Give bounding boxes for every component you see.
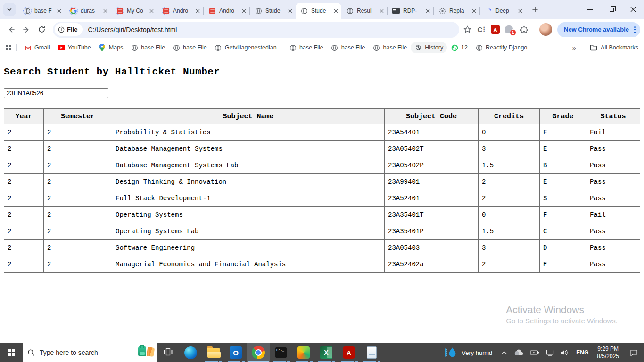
- table-cell: 23A35401P: [385, 223, 479, 240]
- tab-close-icon[interactable]: [332, 7, 339, 15]
- backpack-icon: [138, 346, 146, 356]
- globe-icon: [215, 44, 222, 51]
- taskbar-clock[interactable]: 9:29 PM 8/5/2025: [593, 345, 623, 360]
- youtube-icon: [58, 44, 65, 51]
- onedrive-icon[interactable]: [511, 343, 527, 362]
- start-button[interactable]: [0, 343, 23, 362]
- file-explorer-icon: [207, 348, 220, 357]
- tab-close-icon[interactable]: [55, 7, 63, 15]
- tab-1[interactable]: duras: [65, 3, 111, 19]
- bookmark-item-base-file[interactable]: base File: [285, 42, 327, 53]
- tab-close-icon[interactable]: [516, 7, 524, 15]
- table-cell: 2: [44, 157, 112, 174]
- new-tab-button[interactable]: [528, 3, 542, 16]
- notification-extension-icon[interactable]: 1: [505, 25, 514, 34]
- taskbar-excel-button[interactable]: [315, 343, 338, 362]
- tab-separator: [387, 7, 388, 15]
- volume-icon[interactable]: [557, 343, 572, 362]
- table-row: 22Full Stack Development-123A524012SPass: [4, 190, 640, 207]
- taskbar-pycharm-button[interactable]: [292, 343, 315, 362]
- bookmark-item-maps[interactable]: Maps: [95, 42, 127, 53]
- folder-icon: [590, 44, 597, 51]
- bookmark-item-base-file[interactable]: base File: [169, 42, 211, 53]
- reload-button[interactable]: [34, 22, 49, 37]
- back-button[interactable]: [4, 22, 19, 37]
- tab-6-active[interactable]: Stude: [296, 3, 341, 19]
- chevron-up-icon[interactable]: [498, 343, 511, 362]
- tab-7[interactable]: Resul: [341, 3, 387, 19]
- tab-close-icon[interactable]: [240, 7, 248, 15]
- tab-close-icon[interactable]: [470, 7, 478, 15]
- watermark-line2: Go to Settings to activate Windows.: [506, 317, 618, 325]
- tab-close-icon[interactable]: [286, 7, 294, 15]
- restore-button[interactable]: [601, 0, 622, 19]
- tab-4[interactable]: Andro: [204, 3, 249, 19]
- table-cell: 2: [4, 207, 44, 223]
- bookmark-item-reactify-django[interactable]: Reactify Django: [471, 42, 531, 53]
- bookmark-star-icon[interactable]: [463, 25, 472, 34]
- bookmark-item-12[interactable]: 12: [447, 42, 471, 53]
- bookmark-label: History: [425, 44, 443, 51]
- table-cell: D: [540, 240, 586, 256]
- address-bar[interactable]: File C:/Users/giri/Desktop/test.html: [53, 22, 459, 38]
- taskbar-task-view-button[interactable]: [157, 343, 179, 362]
- tab-close-icon[interactable]: [424, 7, 431, 15]
- bookmark-item-getvillagenestedlan-[interactable]: Getvillagenestedlan...: [211, 42, 285, 53]
- tab-close-icon[interactable]: [194, 7, 201, 15]
- file-scheme-chip[interactable]: File: [55, 23, 83, 36]
- page-title: Search Student by Hallticket Number: [4, 66, 220, 77]
- table-cell: Fail: [586, 124, 640, 141]
- close-button[interactable]: [622, 0, 644, 19]
- taskbar-terminal-button[interactable]: [270, 343, 292, 362]
- network-icon[interactable]: [543, 343, 557, 362]
- taskbar-notepad-button[interactable]: [360, 343, 383, 362]
- minimize-icon: [587, 9, 593, 9]
- table-cell: E: [540, 141, 586, 157]
- tab-9[interactable]: Repla: [434, 3, 479, 19]
- all-bookmarks-button[interactable]: All Bookmarks: [585, 44, 638, 51]
- c-extension-icon[interactable]: C⁝: [477, 25, 486, 34]
- tab-search-button[interactable]: [3, 3, 16, 16]
- bookmarks-overflow-chevron[interactable]: »: [568, 44, 581, 52]
- bookmark-item-history[interactable]: History: [411, 42, 447, 53]
- tab-3[interactable]: Andro: [157, 3, 203, 19]
- tab-2[interactable]: My Co: [111, 3, 157, 19]
- action-center-button[interactable]: [623, 343, 644, 362]
- tab-8[interactable]: RDP-: [388, 3, 433, 19]
- taskbar-search-box[interactable]: Type here to search: [23, 343, 157, 362]
- taskbar-acrobat-button[interactable]: [338, 343, 360, 362]
- tab-separator: [203, 7, 204, 15]
- forward-button[interactable]: [19, 22, 34, 37]
- taskbar-file-explorer-button[interactable]: [202, 343, 224, 362]
- table-cell: 2: [4, 223, 44, 240]
- table-cell: Managerial Economics and Financial Analy…: [112, 256, 385, 273]
- taskbar-edge-button[interactable]: [179, 343, 202, 362]
- bookmark-item-base-file[interactable]: base File: [369, 42, 411, 53]
- tab-title: duras: [81, 8, 100, 14]
- tab-close-icon[interactable]: [378, 7, 385, 15]
- tab-5[interactable]: Stude: [250, 3, 296, 19]
- bookmark-item-base-file[interactable]: base File: [327, 42, 369, 53]
- profile-avatar[interactable]: [539, 23, 552, 36]
- hallticket-search-input[interactable]: [4, 88, 108, 98]
- weather-label: Very humid: [462, 349, 492, 356]
- extensions-puzzle-icon[interactable]: [520, 25, 528, 34]
- bookmark-item-gmail[interactable]: Gmail: [20, 42, 54, 53]
- tab-10[interactable]: Deep: [480, 3, 526, 19]
- tab-0[interactable]: base F: [19, 3, 65, 19]
- apps-grid-icon[interactable]: [6, 45, 11, 50]
- globe-favicon-icon: [346, 7, 354, 15]
- chrome-update-button[interactable]: New Chrome available: [557, 22, 640, 37]
- taskbar-outlook-button[interactable]: [224, 343, 247, 362]
- battery-icon[interactable]: [527, 343, 543, 362]
- bookmark-item-youtube[interactable]: YouTube: [54, 42, 95, 53]
- bookmark-item-base-file[interactable]: base File: [127, 42, 169, 53]
- language-indicator[interactable]: ENG: [572, 349, 593, 356]
- acrobat-extension-icon[interactable]: A: [491, 25, 500, 34]
- menu-kebab-icon[interactable]: [632, 26, 638, 33]
- tab-close-icon[interactable]: [101, 7, 109, 15]
- taskbar-chrome-button[interactable]: [247, 343, 270, 362]
- taskbar-weather-button[interactable]: Very humid: [438, 343, 498, 362]
- tab-close-icon[interactable]: [148, 7, 155, 15]
- minimize-button[interactable]: [579, 0, 601, 19]
